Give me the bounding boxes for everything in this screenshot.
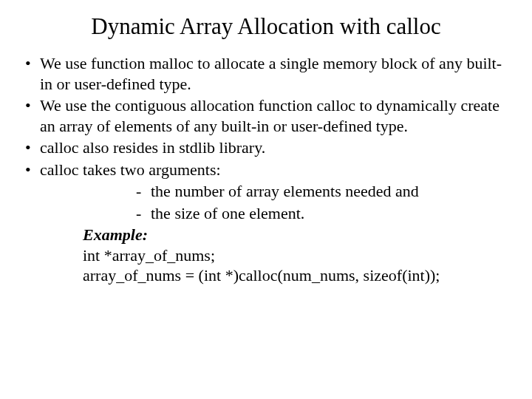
sub-bullet-list: the number of array elements needed and …: [40, 181, 510, 223]
bullet-text: calloc takes two arguments:: [40, 160, 221, 179]
slide-title: Dynamic Array Allocation with calloc: [22, 13, 510, 40]
bullet-list: We use function malloc to allocate a sin…: [22, 53, 510, 286]
code-line: int *array_of_nums;: [40, 245, 510, 266]
bullet-item: We use function malloc to allocate a sin…: [22, 53, 510, 94]
sub-bullet-item: the size of one element.: [40, 203, 510, 224]
sub-bullet-item: the number of array elements needed and: [40, 181, 510, 202]
bullet-item: calloc also resides in stdlib library.: [22, 137, 510, 158]
bullet-item: We use the contiguous allocation functio…: [22, 95, 510, 136]
example-label: Example:: [40, 225, 510, 245]
code-line: array_of_nums = (int *)calloc(num_nums, …: [40, 265, 510, 286]
bullet-item: calloc takes two arguments: the number o…: [22, 160, 510, 286]
